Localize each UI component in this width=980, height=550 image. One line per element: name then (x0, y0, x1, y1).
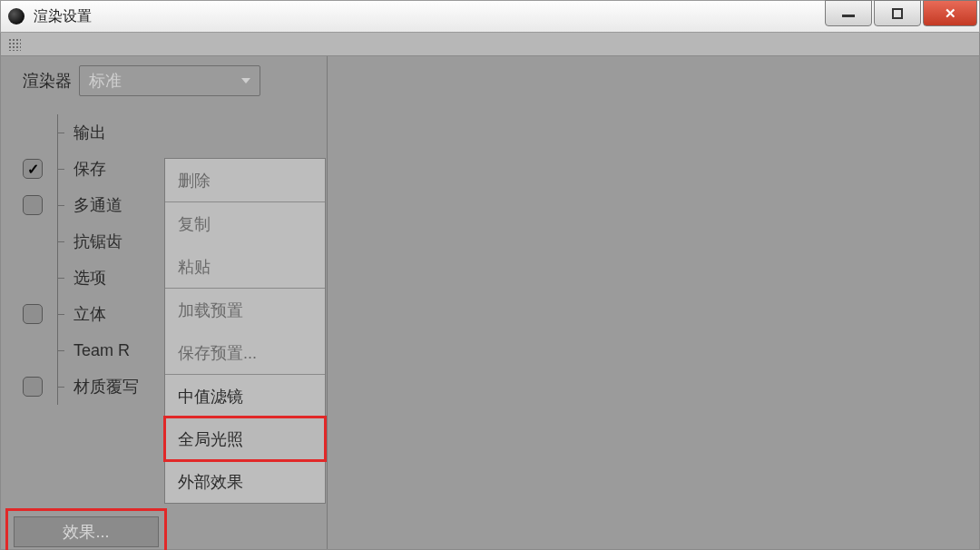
main-area: 渲染器 标准 输出 保存 多通道 (0, 56, 980, 550)
right-panel (328, 56, 979, 549)
checkbox-stereo[interactable] (23, 304, 43, 324)
window-title: 渲染设置 (34, 7, 92, 26)
setting-label: 材质覆写 (74, 376, 139, 398)
tree-line-icon (52, 332, 64, 368)
effects-button[interactable]: 效果... (14, 516, 159, 547)
tree-line-icon (52, 368, 64, 405)
minimize-icon (842, 15, 855, 17)
setting-label: 多通道 (74, 194, 122, 216)
close-button[interactable]: ✕ (923, 0, 977, 26)
menu-item-external-effect[interactable]: 外部效果 (165, 460, 325, 503)
setting-label: 选项 (74, 267, 106, 289)
renderer-selected: 标准 (89, 70, 122, 92)
titlebar: 渲染设置 ✕ (0, 0, 980, 33)
checkbox-mat-override[interactable] (23, 377, 43, 397)
chevron-down-icon (241, 78, 250, 83)
minimize-button[interactable] (825, 0, 872, 26)
setting-row-output[interactable]: 输出 (1, 114, 327, 151)
menu-item-paste[interactable]: 粘贴 (165, 245, 325, 288)
renderer-label: 渲染器 (23, 70, 72, 92)
menu-item-global-illum[interactable]: 全局光照 (165, 417, 325, 460)
window-controls: ✕ (825, 1, 979, 32)
renderer-row: 渲染器 标准 (1, 56, 327, 102)
toolbar (0, 33, 980, 56)
setting-label: 抗锯齿 (74, 231, 122, 252)
maximize-button[interactable] (874, 0, 921, 26)
close-icon: ✕ (945, 5, 956, 22)
tree-line-icon (52, 296, 64, 332)
menu-item-median-filter[interactable]: 中值滤镜 (165, 375, 325, 417)
setting-label: 保存 (74, 158, 106, 180)
renderer-dropdown[interactable]: 标准 (79, 65, 260, 96)
app-icon (8, 8, 24, 25)
context-menu: 删除 复制 粘贴 加载预置 保存预置... 中值滤镜 全局光照 外部效果 (164, 158, 326, 504)
tree-line-icon (52, 223, 64, 260)
maximize-icon (892, 8, 903, 19)
grip-icon (8, 38, 21, 51)
tree-line-icon (52, 260, 64, 296)
menu-item-copy[interactable]: 复制 (165, 202, 325, 245)
setting-label: 输出 (74, 122, 106, 143)
tree-line-icon (52, 114, 64, 151)
checkbox-multipass[interactable] (23, 195, 43, 215)
setting-label: 立体 (74, 303, 106, 325)
menu-item-save-preset[interactable]: 保存预置... (165, 331, 325, 374)
left-panel: 渲染器 标准 输出 保存 多通道 (1, 56, 328, 549)
tree-line-icon (52, 151, 64, 187)
effects-button-label: 效果... (63, 521, 109, 543)
menu-item-load-preset[interactable]: 加载预置 (165, 289, 325, 331)
tree-line-icon (52, 187, 64, 223)
setting-label: Team R (74, 341, 130, 360)
checkbox-save[interactable] (23, 159, 43, 179)
menu-item-delete[interactable]: 删除 (165, 159, 325, 201)
